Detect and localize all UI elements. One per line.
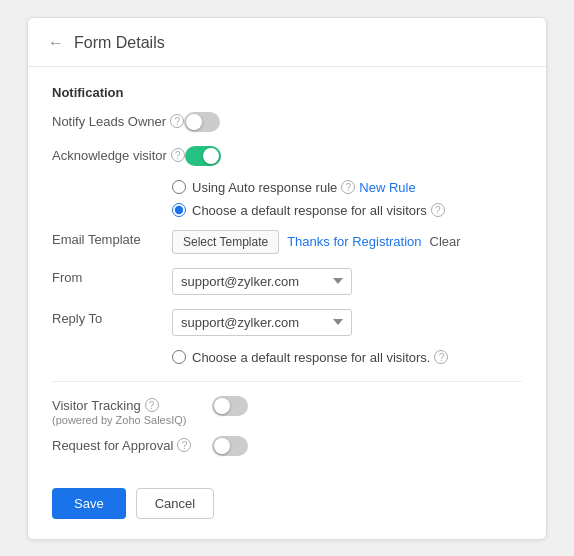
visitor-tracking-toggle-thumb: [214, 398, 230, 414]
from-label: From: [52, 268, 172, 285]
request-approval-toggle-track: [212, 436, 248, 456]
acknowledge-visitor-toggle-track: [185, 146, 221, 166]
from-row: From support@zylker.com: [52, 268, 522, 295]
email-template-label: Email Template: [52, 230, 172, 247]
save-button[interactable]: Save: [52, 488, 126, 519]
default-response-top-help-icon[interactable]: ?: [431, 203, 445, 217]
acknowledge-visitor-row: Acknowledge visitor ?: [52, 146, 522, 166]
response-radio-group: Using Auto response rule ? New Rule Choo…: [172, 180, 522, 218]
clear-template-link[interactable]: Clear: [430, 234, 461, 249]
auto-response-help-icon[interactable]: ?: [341, 180, 355, 194]
page-title: Form Details: [74, 34, 165, 52]
default-response-bottom-radio-row: Choose a default response for all visito…: [172, 350, 522, 365]
footer-buttons: Save Cancel: [28, 480, 546, 519]
visitor-tracking-toggle[interactable]: [212, 396, 248, 416]
auto-response-radio-row: Using Auto response rule ? New Rule: [172, 180, 522, 195]
auto-response-label: Using Auto response rule ? New Rule: [192, 180, 416, 195]
request-approval-row: Request for Approval ?: [52, 436, 522, 456]
request-approval-toggle[interactable]: [212, 436, 248, 456]
back-arrow-icon[interactable]: ←: [48, 34, 64, 52]
reply-to-label: Reply To: [52, 309, 172, 326]
new-rule-link[interactable]: New Rule: [359, 180, 415, 195]
notify-leads-toggle-track: [184, 112, 220, 132]
visitor-tracking-sublabel: (powered by Zoho SalesIQ): [52, 414, 187, 426]
default-response-top-label: Choose a default response for all visito…: [192, 203, 445, 218]
default-response-bottom-label: Choose a default response for all visito…: [192, 350, 448, 365]
request-approval-help-icon[interactable]: ?: [177, 438, 191, 452]
notify-leads-toggle[interactable]: [184, 112, 220, 132]
card-body: Notification Notify Leads Owner ? Acknow…: [28, 67, 546, 480]
acknowledge-visitor-label: Acknowledge visitor ?: [52, 146, 185, 163]
template-name-value: Thanks for Registration: [287, 234, 421, 249]
reply-to-row: Reply To support@zylker.com: [52, 309, 522, 336]
divider-1: [52, 381, 522, 382]
visitor-tracking-label-group: Visitor Tracking ? (powered by Zoho Sale…: [52, 396, 212, 426]
from-select[interactable]: support@zylker.com: [172, 268, 352, 295]
card-header: ← Form Details: [28, 18, 546, 67]
default-response-top-radio[interactable]: [172, 203, 186, 217]
default-response-bottom-radio[interactable]: [172, 350, 186, 364]
request-approval-toggle-thumb: [214, 438, 230, 454]
acknowledge-visitor-toggle[interactable]: [185, 146, 221, 166]
notify-leads-toggle-thumb: [186, 114, 202, 130]
form-details-card: ← Form Details Notification Notify Leads…: [27, 17, 547, 540]
email-template-row: Email Template Select Template Thanks fo…: [52, 230, 522, 254]
notify-leads-help-icon[interactable]: ?: [170, 114, 184, 128]
default-response-bottom-help-icon[interactable]: ?: [434, 350, 448, 364]
auto-response-radio[interactable]: [172, 180, 186, 194]
request-approval-label: Request for Approval ?: [52, 436, 212, 453]
select-template-button[interactable]: Select Template: [172, 230, 279, 254]
notification-section-label: Notification: [52, 85, 522, 100]
visitor-tracking-toggle-track: [212, 396, 248, 416]
default-response-top-radio-row: Choose a default response for all visito…: [172, 203, 522, 218]
cancel-button[interactable]: Cancel: [136, 488, 214, 519]
acknowledge-visitor-toggle-thumb: [203, 148, 219, 164]
visitor-tracking-help-icon[interactable]: ?: [145, 398, 159, 412]
template-controls: Select Template Thanks for Registration …: [172, 230, 461, 254]
notify-leads-label: Notify Leads Owner ?: [52, 112, 184, 129]
reply-to-select[interactable]: support@zylker.com: [172, 309, 352, 336]
acknowledge-visitor-help-icon[interactable]: ?: [171, 148, 185, 162]
visitor-tracking-row: Visitor Tracking ? (powered by Zoho Sale…: [52, 396, 522, 426]
notify-leads-row: Notify Leads Owner ?: [52, 112, 522, 132]
